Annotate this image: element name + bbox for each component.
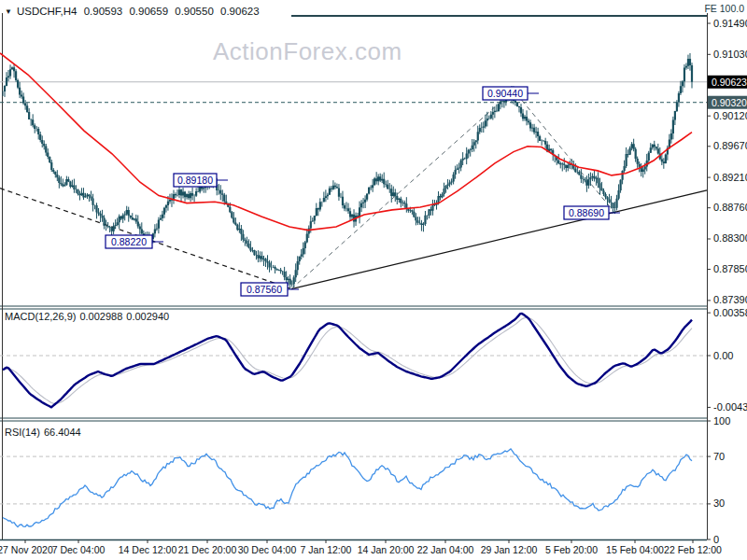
macd-signal-line	[3, 317, 692, 403]
rsi-axis-label: 100	[713, 415, 730, 427]
fibonacci-extension-label: FE 100.0	[704, 3, 744, 14]
date-axis-label: 27 Nov 2020	[0, 544, 53, 555]
current-price-box-label: 0.90623	[712, 77, 747, 88]
date-axis-label: 5 Feb 20:00	[545, 544, 598, 555]
ohlc-low: 0.90550	[175, 6, 214, 17]
price-annotation-text: 0.88690	[569, 207, 604, 218]
date-axis-label: 15 Feb 04:00	[606, 544, 664, 555]
date-axis-label: 29 Jan 12:00	[481, 544, 538, 555]
date-axis-label: 14 Jan 20:00	[358, 544, 415, 555]
ohlc-close: 0.90623	[220, 6, 260, 17]
price-annotation-text: 0.90440	[487, 88, 523, 99]
price-axis-label: 0.91030	[713, 49, 747, 60]
price-axis-label: 0.90120	[713, 110, 747, 121]
chart-canvas[interactable]: 0.904400.891800.882200.875600.886900.914…	[0, 0, 747, 560]
rsi-indicator-label: RSI(14)66.4044	[5, 427, 85, 438]
rsi-line	[3, 449, 692, 527]
candle-wicks	[3, 53, 692, 289]
price-axis-label: 0.88760	[713, 202, 747, 213]
macd-signal-value: 0.002940	[126, 311, 169, 322]
price-axis-label: 0.91490	[713, 18, 747, 29]
price-annotation-text: 0.87560	[247, 284, 282, 295]
ascending-trendline[interactable]	[291, 190, 707, 289]
rsi-name: RSI(14)	[5, 427, 40, 438]
date-axis-label: 14 Dec 12:00	[119, 544, 177, 555]
candle-bodies	[3, 59, 692, 285]
date-axis-label: 30 Dec 04:00	[238, 544, 297, 555]
price-axis-label: 0.87850	[713, 263, 747, 274]
macd-main-value: 0.002988	[79, 311, 122, 322]
rsi-axis-label: 70	[713, 451, 725, 462]
macd-axis-label: 0.003584	[713, 307, 747, 318]
macd-indicator-label: MACD(12,26,9)0.0029880.002940	[5, 311, 173, 322]
rsi-value: 66.4044	[44, 427, 81, 438]
chart-window: 0.904400.891800.882200.875600.886900.914…	[0, 0, 747, 560]
price-annotation-text: 0.89180	[177, 175, 213, 186]
date-axis-label: 22 Feb 12:00	[664, 544, 722, 555]
price-axis-label: 0.89670	[713, 140, 747, 151]
rsi-axis-label: 30	[713, 497, 725, 509]
symbol-marker-icon: ▼	[5, 7, 12, 16]
price-axis-label: 0.89210	[713, 172, 747, 183]
symbol-timeframe: USDCHF,H4	[17, 6, 78, 17]
ohlc-open: 0.90593	[84, 6, 123, 17]
key-level-box-label: 0.90320	[712, 97, 747, 108]
rsi-axis-label: 0	[713, 534, 719, 545]
ohlc-high: 0.90659	[129, 6, 168, 17]
macd-axis-label: -0.004331	[713, 401, 747, 413]
price-annotation-text: 0.88220	[111, 236, 147, 247]
macd-main-line	[3, 314, 692, 408]
macd-name: MACD(12,26,9)	[5, 311, 76, 322]
chart-title: ▼USDCHF,H4 0.90593 0.90659 0.90550 0.906…	[5, 6, 263, 17]
macd-axis-label: 0.00	[713, 350, 733, 361]
date-axis-label: 7 Dec 04:00	[52, 544, 106, 555]
watermark: ActionForex.com	[213, 37, 402, 66]
date-axis-label: 7 Jan 12:00	[301, 544, 352, 555]
price-axis-label: 0.87390	[713, 294, 747, 305]
price-axis-label: 0.88300	[713, 232, 747, 244]
date-axis-label: 22 Jan 04:00	[417, 544, 474, 555]
date-axis-label: 21 Dec 20:00	[178, 544, 237, 555]
